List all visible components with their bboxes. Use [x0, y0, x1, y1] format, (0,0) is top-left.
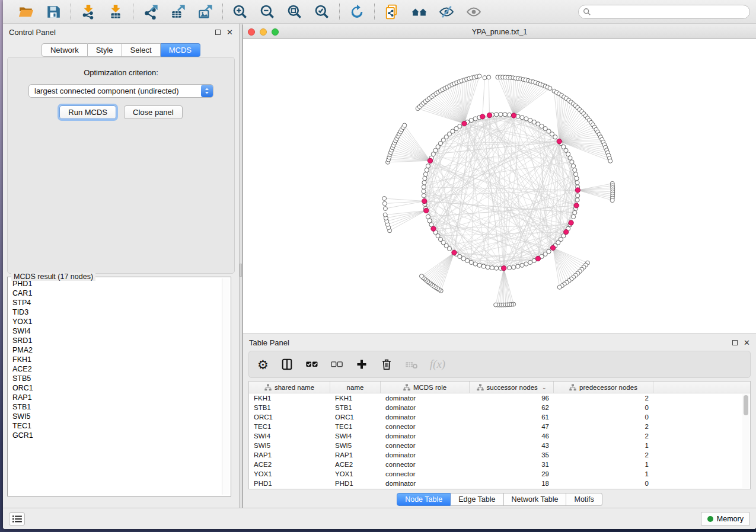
export-network-web-button[interactable]: [383, 3, 401, 21]
mcds-result-item[interactable]: TID3: [9, 307, 221, 317]
mcds-result-item[interactable]: FKH1: [9, 355, 221, 364]
splitter-grip[interactable]: [240, 264, 242, 277]
show-all-eye-button[interactable]: [465, 3, 483, 21]
column-header-predecessor-nodes[interactable]: predecessor nodes: [554, 382, 653, 393]
mcds-result-item[interactable]: SWI5: [9, 412, 221, 421]
tab-network[interactable]: Network: [42, 43, 88, 57]
mcds-result-item[interactable]: SWI4: [9, 326, 221, 336]
close-panel-button[interactable]: Close panel: [124, 105, 183, 119]
tab-edge-table[interactable]: Edge Table: [451, 493, 503, 506]
table-float-panel-icon[interactable]: [732, 340, 738, 345]
zoom-selected-button[interactable]: [313, 3, 331, 21]
show-columns-button[interactable]: [280, 358, 294, 371]
table-scrollbar-thumb[interactable]: [744, 395, 748, 415]
table-row[interactable]: STB1STB1dominator620: [249, 403, 750, 412]
table-row[interactable]: ACE2ACE2connector311: [249, 460, 750, 469]
tab-node-table[interactable]: Node Table: [397, 493, 451, 506]
memory-button[interactable]: Memory: [701, 512, 750, 526]
table-cell: 29: [470, 469, 554, 479]
mcds-result-item[interactable]: TEC1: [9, 421, 221, 431]
search-input[interactable]: [578, 5, 750, 19]
network-canvas[interactable]: [243, 39, 756, 334]
table-cell: 2: [554, 450, 653, 460]
table-cell: 18: [470, 479, 554, 488]
table-row[interactable]: SWI5SWI5connector431: [249, 441, 750, 450]
table-row[interactable]: FKH1FKH1dominator962: [249, 393, 750, 403]
node-table-body: FKH1FKH1dominator962STB1STB1dominator620…: [249, 393, 750, 488]
table-scrollbar[interactable]: [742, 394, 749, 488]
column-label: name: [347, 384, 364, 391]
table-panel-title: Table Panel: [249, 338, 289, 347]
table-cell: FKH1: [330, 393, 381, 403]
table-row[interactable]: SWI4SWI4dominator462: [249, 431, 750, 441]
table-row[interactable]: PHD1PHD1dominator180: [249, 479, 750, 488]
first-neighbors-houses-button[interactable]: [410, 3, 428, 21]
column-header-shared-name[interactable]: shared name: [249, 382, 330, 393]
export-table-button[interactable]: [169, 3, 187, 21]
mcds-result-item[interactable]: STB5: [9, 374, 221, 383]
add-column-button[interactable]: [355, 358, 368, 371]
tab-motifs[interactable]: Motifs: [566, 493, 602, 506]
select-all-rows-button[interactable]: [305, 358, 318, 371]
deselect-all-rows-button[interactable]: [330, 358, 343, 371]
mcds-result-item[interactable]: GCR1: [9, 431, 221, 440]
run-mcds-button[interactable]: Run MCDS: [59, 105, 116, 119]
zoom-in-button[interactable]: [231, 3, 249, 21]
column-header-MCDS-role[interactable]: MCDS role: [381, 382, 470, 393]
mcds-result-item[interactable]: CAR1: [9, 289, 221, 298]
mcds-result-item[interactable]: RAP1: [9, 393, 221, 402]
mcds-result-item[interactable]: SRD1: [9, 336, 221, 345]
optimization-criterion-dropdown[interactable]: largest connected component (undirected): [28, 84, 213, 98]
memory-label: Memory: [717, 515, 744, 523]
import-network-button[interactable]: [79, 3, 97, 21]
mcds-result-item[interactable]: STP4: [9, 298, 221, 307]
float-panel-icon[interactable]: [215, 30, 221, 35]
network-canvas-svg[interactable]: [243, 39, 756, 334]
export-network-button[interactable]: [142, 3, 160, 21]
column-header-successor-nodes[interactable]: successor nodes⌄: [470, 382, 554, 393]
close-panel-icon[interactable]: ✕: [227, 28, 233, 36]
mcds-result-item[interactable]: STB1: [9, 402, 221, 412]
table-row[interactable]: RAP1RAP1dominator352: [249, 450, 750, 460]
table-cell: FKH1: [249, 393, 330, 403]
tab-style[interactable]: Style: [88, 43, 122, 57]
export-image-icon: [197, 4, 213, 20]
deselect-all-rows-icon: [330, 358, 343, 371]
mcds-result-list[interactable]: PHD1CAR1STP4TID3YOX1SWI4SRD1PMA2FKH1ACE2…: [9, 279, 221, 495]
mcds-result-item[interactable]: ORC1: [9, 383, 221, 393]
table-row[interactable]: YOX1YOX1connector291: [249, 469, 750, 479]
column-label: MCDS role: [413, 384, 446, 391]
tab-mcds[interactable]: MCDS: [161, 43, 200, 57]
mcds-result-item[interactable]: YOX1: [9, 317, 221, 326]
table-cell: ACE2: [249, 460, 330, 469]
table-cell: 0: [554, 412, 653, 422]
table-cell: connector: [381, 422, 470, 431]
delete-column-button[interactable]: [380, 358, 393, 371]
tab-network-table[interactable]: Network Table: [504, 493, 567, 506]
refresh-network-button[interactable]: [348, 3, 366, 21]
table-settings-gear-button[interactable]: ⚙: [257, 358, 269, 371]
mcds-result-item[interactable]: PHD1: [9, 279, 221, 289]
open-file-button[interactable]: [17, 3, 35, 21]
hide-selected-eye-slash-button[interactable]: [438, 3, 455, 21]
zoom-fit-button[interactable]: [286, 3, 304, 21]
save-session-button[interactable]: [44, 3, 62, 21]
table-row[interactable]: TEC1TEC1connector472: [249, 422, 750, 431]
toolbar-group: [223, 3, 339, 21]
import-table-button[interactable]: [107, 3, 125, 21]
mcds-list-scrollbar[interactable]: [222, 278, 229, 495]
gear-icon: ⚙: [257, 358, 269, 371]
task-history-button[interactable]: [9, 512, 25, 525]
import-table-icon: [108, 4, 123, 20]
mcds-result-item[interactable]: PMA2: [9, 345, 221, 355]
table-close-panel-icon[interactable]: ✕: [744, 339, 750, 347]
shared-column-icon: [569, 384, 576, 391]
table-row[interactable]: ORC1ORC1dominator610: [249, 412, 750, 422]
zoom-out-button[interactable]: [259, 3, 276, 21]
column-header-name[interactable]: name: [330, 382, 381, 393]
tab-select[interactable]: Select: [122, 43, 161, 57]
table-cell: 47: [470, 422, 554, 431]
table-cell: 61: [470, 412, 554, 422]
mcds-result-item[interactable]: ACE2: [9, 364, 221, 374]
export-image-button[interactable]: [196, 3, 214, 21]
